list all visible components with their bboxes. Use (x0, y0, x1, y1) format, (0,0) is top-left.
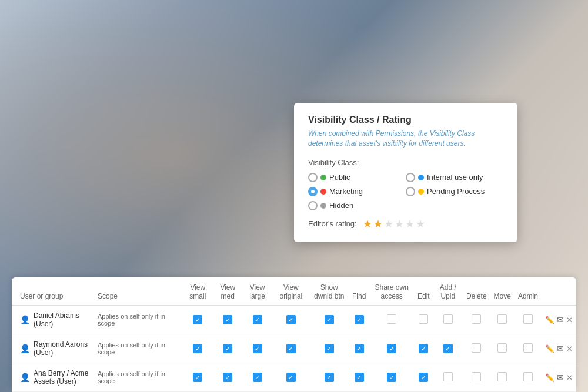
close-btn-1[interactable]: ✕ (566, 344, 573, 353)
perm-add_upld-1[interactable]: ✓ (433, 334, 463, 363)
uncheck-delete-0[interactable] (472, 314, 481, 324)
mail-icon-1[interactable]: ✉ (557, 344, 564, 353)
perm-view_large-0[interactable]: ✓ (242, 306, 272, 334)
visibility-option-internal[interactable]: Internal use only (406, 173, 503, 182)
perm-view_med-0[interactable]: ✓ (213, 306, 242, 334)
uncheck-add_upld-0[interactable] (443, 314, 453, 324)
perm-view_small-0[interactable]: ✓ (182, 306, 213, 334)
check-view_large-2[interactable]: ✓ (253, 373, 262, 382)
perm-view_med-1[interactable]: ✓ (213, 334, 242, 363)
star-6[interactable]: ★ (416, 217, 425, 230)
radio-internal[interactable] (406, 173, 415, 182)
check-find-0[interactable]: ✓ (355, 315, 364, 324)
perm-show_dwnld_btn-2[interactable]: ✓ (310, 363, 349, 392)
radio-public[interactable] (308, 173, 318, 182)
perm-find-1[interactable]: ✓ (349, 334, 369, 363)
perm-move-2[interactable] (490, 363, 514, 392)
radio-pending[interactable] (406, 187, 415, 196)
check-find-1[interactable]: ✓ (355, 344, 364, 353)
perm-edit-1[interactable]: ✓ (414, 334, 433, 363)
uncheck-edit-0[interactable] (419, 314, 428, 324)
radio-hidden[interactable] (308, 201, 318, 210)
uncheck-delete-2[interactable] (472, 372, 481, 381)
check-show_dwnld_btn-0[interactable]: ✓ (325, 315, 334, 324)
check-view_med-1[interactable]: ✓ (223, 344, 232, 353)
col-actions (542, 277, 576, 305)
visibility-option-public[interactable]: Public (308, 173, 406, 182)
check-view_small-1[interactable]: ✓ (193, 344, 202, 353)
perm-delete-1[interactable] (463, 334, 490, 363)
perm-share_own_access-1[interactable]: ✓ (369, 334, 414, 363)
perm-show_dwnld_btn-1[interactable]: ✓ (310, 334, 349, 363)
perm-delete-0[interactable] (463, 306, 490, 334)
perm-share_own_access-2[interactable]: ✓ (369, 363, 414, 392)
mail-icon-0[interactable]: ✉ (557, 315, 564, 324)
check-add_upld-1[interactable]: ✓ (443, 344, 453, 353)
perm-view_small-2[interactable]: ✓ (182, 363, 213, 392)
perm-admin-2[interactable] (514, 363, 542, 392)
check-edit-2[interactable]: ✓ (419, 373, 428, 382)
star-rating[interactable]: ★ ★ ★ ★ ★ ★ (363, 217, 425, 230)
table-row: 👤 Ana Berry / Acme Assets (User) Applies… (12, 363, 576, 392)
perm-delete-2[interactable] (463, 363, 490, 392)
check-show_dwnld_btn-1[interactable]: ✓ (325, 344, 334, 353)
perm-view_original-2[interactable]: ✓ (272, 363, 309, 392)
edit-pencil-2[interactable]: ✏️ (545, 373, 554, 382)
perm-admin-0[interactable] (514, 306, 542, 334)
perm-move-1[interactable] (490, 334, 514, 363)
edit-pencil-1[interactable]: ✏️ (545, 344, 554, 353)
check-view_small-0[interactable]: ✓ (193, 315, 202, 324)
perm-show_dwnld_btn-0[interactable]: ✓ (310, 306, 349, 334)
check-view_small-2[interactable]: ✓ (193, 373, 202, 382)
visibility-option-marketing[interactable]: Marketing (308, 187, 406, 196)
check-find-2[interactable]: ✓ (355, 373, 364, 382)
check-view_original-0[interactable]: ✓ (286, 315, 296, 324)
mail-icon-2[interactable]: ✉ (557, 373, 564, 382)
edit-pencil-0[interactable]: ✏️ (545, 316, 554, 324)
perm-view_med-2[interactable]: ✓ (213, 363, 242, 392)
uncheck-move-2[interactable] (497, 372, 507, 381)
visibility-option-hidden[interactable]: Hidden (308, 201, 406, 210)
uncheck-admin-2[interactable] (523, 372, 533, 381)
check-view_med-0[interactable]: ✓ (223, 315, 232, 324)
check-view_med-2[interactable]: ✓ (223, 373, 232, 382)
perm-view_large-1[interactable]: ✓ (242, 334, 272, 363)
uncheck-move-0[interactable] (497, 314, 507, 324)
perm-edit-0[interactable] (414, 306, 433, 334)
perm-find-0[interactable]: ✓ (349, 306, 369, 334)
perm-view_large-2[interactable]: ✓ (242, 363, 272, 392)
star-5[interactable]: ★ (405, 217, 415, 230)
check-edit-1[interactable]: ✓ (419, 344, 428, 353)
radio-marketing[interactable] (308, 187, 318, 196)
perm-find-2[interactable]: ✓ (349, 363, 369, 392)
uncheck-move-1[interactable] (497, 343, 507, 353)
close-btn-2[interactable]: ✕ (566, 373, 573, 382)
star-1[interactable]: ★ (363, 217, 372, 230)
perm-edit-2[interactable]: ✓ (414, 363, 433, 392)
uncheck-add_upld-2[interactable] (443, 372, 453, 381)
close-btn-0[interactable]: ✕ (566, 316, 573, 324)
visibility-option-pending[interactable]: Pending Process (406, 187, 503, 196)
perm-view_small-1[interactable]: ✓ (182, 334, 213, 363)
uncheck-admin-0[interactable] (523, 314, 533, 324)
star-3[interactable]: ★ (384, 217, 393, 230)
perm-admin-1[interactable] (514, 334, 542, 363)
uncheck-admin-1[interactable] (523, 343, 533, 353)
perm-share_own_access-0[interactable] (369, 306, 414, 334)
check-share_own_access-2[interactable]: ✓ (387, 373, 396, 382)
check-view_original-1[interactable]: ✓ (286, 344, 296, 353)
uncheck-share_own_access-0[interactable] (387, 314, 396, 324)
check-view_original-2[interactable]: ✓ (286, 373, 296, 382)
perm-add_upld-0[interactable] (433, 306, 463, 334)
check-view_large-1[interactable]: ✓ (253, 344, 262, 353)
uncheck-delete-1[interactable] (472, 343, 481, 353)
perm-add_upld-2[interactable] (433, 363, 463, 392)
check-show_dwnld_btn-2[interactable]: ✓ (325, 373, 334, 382)
perm-move-0[interactable] (490, 306, 514, 334)
perm-view_original-1[interactable]: ✓ (272, 334, 309, 363)
check-view_large-0[interactable]: ✓ (253, 315, 262, 324)
check-share_own_access-1[interactable]: ✓ (387, 344, 396, 353)
star-2[interactable]: ★ (373, 217, 383, 230)
perm-view_original-0[interactable]: ✓ (272, 306, 309, 334)
star-4[interactable]: ★ (395, 217, 404, 230)
